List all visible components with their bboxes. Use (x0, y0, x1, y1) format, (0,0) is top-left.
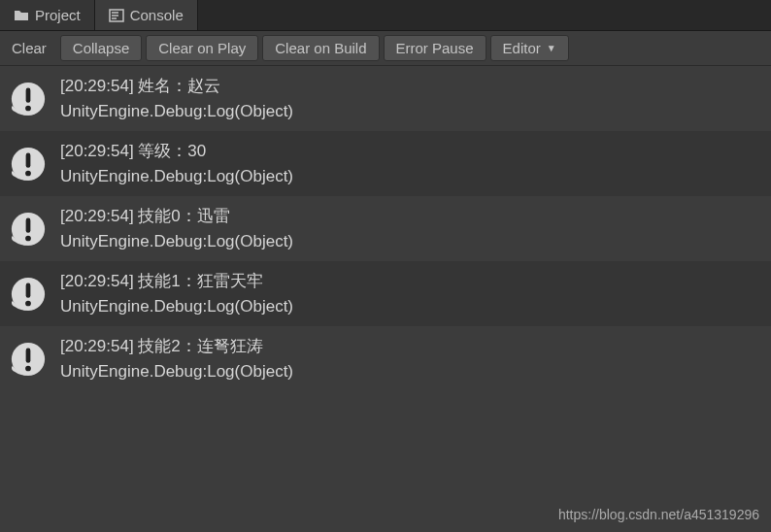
log-text: [20:29:54] 技能1：狂雷天牢UnityEngine.Debug:Log… (60, 269, 293, 318)
tab-project[interactable]: Project (0, 0, 95, 30)
watermark-text: https://blog.csdn.net/a451319296 (558, 507, 759, 522)
collapse-button[interactable]: Collapse (60, 35, 142, 61)
chevron-down-icon: ▼ (547, 43, 556, 53)
clear-on-build-button[interactable]: Clear on Build (262, 35, 379, 61)
console-log-list: [20:29:54] 姓名：赵云UnityEngine.Debug:Log(Ob… (0, 66, 771, 391)
tab-label: Project (35, 7, 81, 23)
log-trace: UnityEngine.Debug:Log(Object) (60, 359, 293, 384)
log-row[interactable]: [20:29:54] 技能2：连弩狂涛UnityEngine.Debug:Log… (0, 326, 771, 391)
svg-point-18 (25, 365, 31, 371)
svg-point-9 (25, 170, 31, 176)
log-message: [20:29:54] 技能2：连弩狂涛 (60, 334, 293, 359)
svg-rect-17 (26, 348, 31, 362)
clear-on-play-button[interactable]: Clear on Play (146, 35, 258, 61)
log-message: [20:29:54] 技能0：迅雷 (60, 204, 293, 229)
log-row[interactable]: [20:29:54] 技能0：迅雷UnityEngine.Debug:Log(O… (0, 196, 771, 261)
console-icon (109, 8, 124, 23)
log-trace: UnityEngine.Debug:Log(Object) (60, 294, 293, 319)
info-icon (10, 146, 47, 183)
log-message: [20:29:54] 技能1：狂雷天牢 (60, 269, 293, 294)
svg-point-12 (25, 235, 31, 241)
svg-rect-14 (26, 283, 31, 297)
log-trace: UnityEngine.Debug:Log(Object) (60, 229, 293, 254)
svg-point-15 (25, 300, 31, 306)
log-row[interactable]: [20:29:54] 等级：30UnityEngine.Debug:Log(Ob… (0, 131, 771, 196)
info-icon (10, 341, 47, 378)
log-row[interactable]: [20:29:54] 姓名：赵云UnityEngine.Debug:Log(Ob… (0, 66, 771, 131)
console-toolbar: Clear Collapse Clear on Play Clear on Bu… (0, 31, 771, 66)
log-trace: UnityEngine.Debug:Log(Object) (60, 164, 293, 189)
svg-rect-8 (26, 152, 31, 167)
editor-dropdown[interactable]: Editor ▼ (490, 35, 569, 61)
tab-console[interactable]: Console (95, 0, 198, 30)
folder-icon (14, 8, 29, 23)
info-icon (10, 211, 47, 248)
log-message: [20:29:54] 等级：30 (60, 139, 293, 164)
clear-button[interactable]: Clear (2, 35, 56, 61)
svg-rect-5 (26, 87, 31, 102)
info-icon (10, 276, 47, 313)
tab-label: Console (130, 7, 184, 23)
log-row[interactable]: [20:29:54] 技能1：狂雷天牢UnityEngine.Debug:Log… (0, 261, 771, 326)
log-text: [20:29:54] 等级：30UnityEngine.Debug:Log(Ob… (60, 139, 293, 188)
tab-bar: Project Console (0, 0, 771, 31)
svg-point-6 (25, 105, 31, 111)
svg-rect-11 (26, 217, 31, 232)
info-icon (10, 81, 47, 117)
log-text: [20:29:54] 姓名：赵云UnityEngine.Debug:Log(Ob… (60, 74, 293, 123)
log-message: [20:29:54] 姓名：赵云 (60, 74, 293, 99)
log-text: [20:29:54] 技能2：连弩狂涛UnityEngine.Debug:Log… (60, 334, 293, 383)
error-pause-button[interactable]: Error Pause (384, 35, 486, 61)
log-trace: UnityEngine.Debug:Log(Object) (60, 99, 293, 124)
log-text: [20:29:54] 技能0：迅雷UnityEngine.Debug:Log(O… (60, 204, 293, 253)
